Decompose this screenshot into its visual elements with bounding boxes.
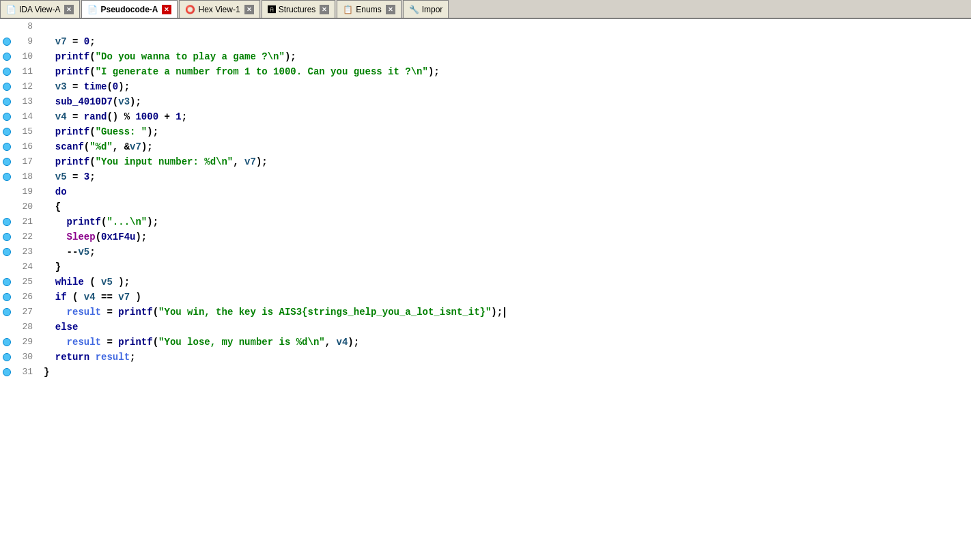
code-line-20: 20 { [0, 199, 971, 214]
bp-17[interactable] [0, 158, 14, 166]
bp-16[interactable] [0, 143, 14, 151]
tab-pseudocode-close[interactable]: ✕ [162, 5, 171, 14]
code-content-17: printf("You input number: %d\n", v7); [38, 154, 268, 169]
tab-imports-label: Impor [422, 5, 443, 14]
code-line-19: 19 do [0, 184, 971, 199]
tab-hex-label: Hex View-1 [198, 5, 240, 14]
linenum-27: 27 [14, 305, 38, 320]
code-content-18: v5 = 3; [38, 169, 96, 184]
code-content-26: if ( v4 == v7 ) [38, 290, 141, 305]
code-content-24: } [38, 260, 61, 275]
tab-ida-close[interactable]: ✕ [64, 5, 74, 14]
code-line-29: 29 result = printf("You lose, my number … [0, 335, 971, 350]
code-content-22: Sleep(0x1F4u); [38, 229, 147, 244]
code-line-13: 13 sub_4010D7(v3); [0, 94, 971, 109]
code-content-10: printf("Do you wanna to play a game ?\n"… [38, 49, 296, 64]
code-line-16: 16 scanf("%d", &v7); [0, 139, 971, 154]
bp-15[interactable] [0, 128, 14, 136]
code-content-29: result = printf("You lose, my number is … [38, 335, 359, 350]
pseudocode-icon: 📄 [87, 5, 98, 14]
code-line-30: 30 return result; [0, 350, 971, 365]
code-line-24: 24 } [0, 260, 971, 275]
code-content-30: return result; [38, 350, 135, 365]
ida-view-icon: 📄 [6, 5, 16, 14]
linenum-22: 22 [14, 229, 38, 244]
linenum-9: 9 [14, 34, 38, 49]
tab-pseudocode-a[interactable]: 📄 Pseudocode-A ✕ [81, 0, 178, 18]
code-line-25: 25 while ( v5 ); [0, 275, 971, 290]
linenum-18: 18 [14, 169, 38, 184]
bp-22[interactable] [0, 233, 14, 241]
code-line-26: 26 if ( v4 == v7 ) [0, 290, 971, 305]
tab-structures-close[interactable]: ✕ [320, 5, 329, 14]
linenum-24: 24 [14, 260, 38, 275]
linenum-30: 30 [14, 350, 38, 365]
code-area[interactable]: 8 9 v7 = 0; 10 printf("Do you wanna to p… [0, 19, 971, 560]
tab-structures[interactable]: 🅰 Structures ✕ [262, 0, 336, 18]
code-content-31: } [38, 365, 49, 380]
code-line-18: 18 v5 = 3; [0, 169, 971, 184]
tab-imports[interactable]: 🔧 Impor [403, 0, 449, 18]
linenum-26: 26 [14, 290, 38, 305]
bp-27[interactable] [0, 308, 14, 316]
code-content-9: v7 = 0; [38, 34, 96, 49]
tab-bar: 📄 IDA View-A ✕ 📄 Pseudocode-A ✕ ⭕ Hex Vi… [0, 0, 971, 19]
linenum-19: 19 [14, 184, 38, 199]
linenum-13: 13 [14, 94, 38, 109]
linenum-20: 20 [14, 199, 38, 214]
tab-ida-view-a[interactable]: 📄 IDA View-A ✕ [0, 0, 80, 18]
code-content-14: v4 = rand() % 1000 + 1; [38, 109, 187, 124]
tab-enums-close[interactable]: ✕ [386, 5, 395, 14]
code-content-11: printf("I generate a number from 1 to 10… [38, 64, 440, 79]
tab-enums[interactable]: 📋 Enums ✕ [337, 0, 401, 18]
bp-9[interactable] [0, 38, 14, 46]
tab-pseudocode-label: Pseudocode-A [100, 5, 158, 14]
tab-ida-label: IDA View-A [19, 5, 60, 14]
code-content-19: do [38, 184, 67, 199]
tab-hex-close[interactable]: ✕ [244, 5, 254, 14]
linenum-17: 17 [14, 154, 38, 169]
code-content-21: printf("...\n"); [38, 214, 158, 229]
code-content-15: printf("Guess: "); [38, 124, 158, 139]
code-line-27: 27 result = printf("You win, the key is … [0, 305, 971, 320]
bp-31[interactable] [0, 368, 14, 376]
bp-23[interactable] [0, 248, 14, 256]
linenum-15: 15 [14, 124, 38, 139]
code-content-13: sub_4010D7(v3); [38, 94, 141, 109]
bp-30[interactable] [0, 353, 14, 361]
tab-hex-view-1[interactable]: ⭕ Hex View-1 ✕ [179, 0, 259, 18]
code-content-25: while ( v5 ); [38, 275, 130, 290]
bp-25[interactable] [0, 278, 14, 286]
bp-18[interactable] [0, 173, 14, 181]
bp-10[interactable] [0, 53, 14, 61]
linenum-16: 16 [14, 139, 38, 154]
code-content-23: --v5; [38, 244, 96, 260]
code-line-8: 8 [0, 19, 971, 34]
bp-26[interactable] [0, 293, 14, 301]
code-content-12: v3 = time(0); [38, 79, 130, 94]
bp-11[interactable] [0, 68, 14, 76]
code-line-9: 9 v7 = 0; [0, 34, 971, 49]
code-line-14: 14 v4 = rand() % 1000 + 1; [0, 109, 971, 124]
linenum-11: 11 [14, 64, 38, 79]
linenum-14: 14 [14, 109, 38, 124]
hex-view-icon: ⭕ [185, 5, 195, 14]
code-line-23: 23 --v5; [0, 244, 971, 260]
code-line-10: 10 printf("Do you wanna to play a game ?… [0, 49, 971, 64]
bp-14[interactable] [0, 113, 14, 121]
code-line-28: 28 else [0, 320, 971, 335]
code-content-20: { [38, 199, 61, 214]
bp-21[interactable] [0, 218, 14, 226]
linenum-21: 21 [14, 214, 38, 229]
code-line-17: 17 printf("You input number: %d\n", v7); [0, 154, 971, 169]
code-line-31: 31 } [0, 365, 971, 380]
bp-29[interactable] [0, 338, 14, 346]
enums-icon: 📋 [343, 5, 353, 14]
code-content-28: else [38, 320, 78, 335]
bp-13[interactable] [0, 98, 14, 106]
linenum-25: 25 [14, 275, 38, 290]
code-line-15: 15 printf("Guess: "); [0, 124, 971, 139]
bp-12[interactable] [0, 83, 14, 91]
code-line-21: 21 printf("...\n"); [0, 214, 971, 229]
imports-icon: 🔧 [409, 5, 419, 14]
